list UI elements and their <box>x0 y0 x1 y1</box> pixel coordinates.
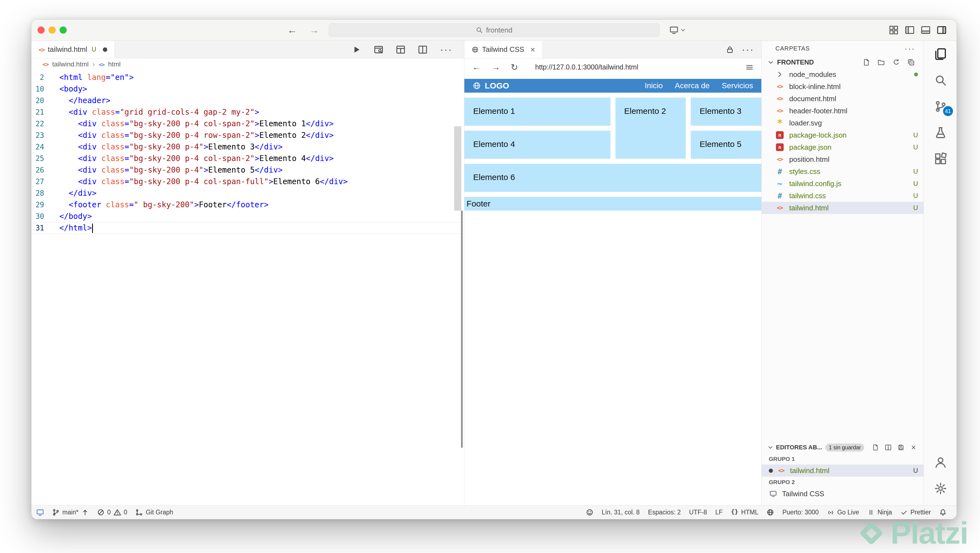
tree-item-styles-css[interactable]: #styles.cssU <box>762 165 923 178</box>
toggle-sidebar-right-icon[interactable] <box>937 25 947 35</box>
browser-back-icon[interactable]: ← <box>472 62 481 72</box>
preview-more-actions-icon[interactable]: ··· <box>742 44 754 55</box>
folder-root-row[interactable]: FRONTEND <box>762 56 923 68</box>
code-line-23[interactable]: 23<div class="bg-sky-200 p-4 row-span-2"… <box>32 130 464 141</box>
tree-item-package-json[interactable]: npackage.jsonU <box>762 141 923 153</box>
code-line-2[interactable]: 2<html lang="en"> <box>32 72 464 83</box>
save-all-icon[interactable] <box>897 444 904 451</box>
open-editor-name: Tailwind CSS <box>782 489 824 498</box>
activitybar-settings[interactable] <box>924 475 957 501</box>
refresh-explorer-icon[interactable] <box>892 59 900 66</box>
breadcrumb-file[interactable]: tailwind.html <box>52 60 89 68</box>
status-browser-sync[interactable] <box>767 509 774 516</box>
status-port[interactable]: Puerto: 3000 <box>782 509 819 516</box>
activitybar-source-control[interactable]: 41 <box>924 93 957 119</box>
editor-layout-button[interactable] <box>396 45 405 54</box>
activitybar-accounts[interactable] <box>924 449 957 475</box>
breadcrumb-node[interactable]: html <box>108 60 121 68</box>
status-problems[interactable]: 00 <box>97 509 127 516</box>
status-ninja[interactable]: Ninja <box>867 509 892 516</box>
code-line-26[interactable]: 26<div class="bg-sky-200 p-4">Elemento 5… <box>32 164 464 176</box>
status-indentation[interactable]: Espacios: 2 <box>648 509 681 516</box>
open-editor-item[interactable]: <>tailwind.htmlU <box>762 464 923 477</box>
code-line-10[interactable]: 10<body> <box>32 83 464 95</box>
status-eol[interactable]: LF <box>715 509 723 516</box>
tree-item-tailwind-html[interactable]: <>tailwind.htmlU <box>762 202 923 214</box>
run-button[interactable] <box>352 45 361 54</box>
code-line-20[interactable]: 20</header> <box>32 95 464 106</box>
nav-link-inicio[interactable]: Inicio <box>645 81 663 90</box>
tree-item-block-inline-html[interactable]: <>block-inline.html <box>762 81 923 93</box>
split-editor-button[interactable] <box>418 45 427 54</box>
more-actions-icon[interactable]: ··· <box>440 44 452 55</box>
browser-forward-icon[interactable]: → <box>492 62 500 72</box>
toggle-sidebar-left-icon[interactable] <box>905 25 915 35</box>
lock-icon[interactable] <box>726 46 734 54</box>
nav-link-servicios[interactable]: Servicios <box>722 81 753 90</box>
tree-item-document-html[interactable]: <>document.html <box>762 93 923 105</box>
tree-item-tailwind-config-js[interactable]: ~tailwind.config.jsU <box>762 178 923 190</box>
command-center-search[interactable]: frontend <box>329 24 660 37</box>
browser-reload-icon[interactable]: ↻ <box>511 62 518 73</box>
activitybar-testing[interactable] <box>924 119 957 146</box>
toggle-panel-icon[interactable] <box>921 25 931 35</box>
code-line-27[interactable]: 27<div class="bg-sky-200 p-4 col-span-fu… <box>32 176 464 188</box>
tree-item-header-footer-html[interactable]: <>header-footer.html <box>762 105 923 117</box>
customize-layout-icon[interactable] <box>889 25 899 35</box>
forward-icon[interactable]: → <box>309 24 319 36</box>
screencast-control[interactable] <box>670 25 686 35</box>
browser-menu-icon[interactable] <box>745 63 754 72</box>
close-window-button[interactable] <box>38 27 45 33</box>
code-line-28[interactable]: 28</div> <box>32 188 464 199</box>
close-all-editors-icon[interactable] <box>910 444 917 451</box>
url-field[interactable]: http://127.0.0.1:3000/tailwind.html <box>535 63 735 71</box>
activitybar-search[interactable] <box>924 67 957 93</box>
editor-scrollbar[interactable] <box>454 126 461 211</box>
zoom-window-button[interactable] <box>60 27 67 33</box>
close-icon[interactable]: × <box>530 45 535 54</box>
sidebar-more-actions-icon[interactable]: ··· <box>904 44 915 52</box>
code-line-31[interactable]: 31</html> <box>32 222 464 234</box>
code-line-24[interactable]: 24<div class="bg-sky-200 p-4">Elemento 3… <box>32 141 464 153</box>
status-remote-indicator[interactable] <box>37 509 44 516</box>
open-editor-item[interactable]: Tailwind CSS <box>762 488 923 500</box>
breadcrumb[interactable]: <> tailwind.html › <> html <box>32 59 464 70</box>
code-line-29[interactable]: 29<footer class=" bg-sky-200">Footer</fo… <box>32 199 464 211</box>
status-language-mode[interactable]: {}HTML <box>731 509 759 516</box>
editor-sash[interactable] <box>461 211 463 448</box>
status-go-live[interactable]: Go Live <box>827 509 859 516</box>
unsaved-dot-icon[interactable] <box>103 48 107 52</box>
code-editor[interactable]: 2<html lang="en">10<body>20</header>21<d… <box>32 70 464 505</box>
tree-item-tailwind-css[interactable]: #tailwind.cssU <box>762 190 923 202</box>
tree-item-node-modules[interactable]: node_modules <box>762 68 923 81</box>
code-line-22[interactable]: 22<div class="bg-sky-200 p-4 col-span-2"… <box>32 118 464 130</box>
status-feedback[interactable] <box>586 509 593 516</box>
tree-item-package-lock-json[interactable]: npackage-lock.jsonU <box>762 129 923 141</box>
status-notifications[interactable] <box>939 509 947 516</box>
git-branch-label: main* <box>62 509 79 516</box>
editor-layout-icon[interactable] <box>885 444 891 451</box>
code-line-21[interactable]: 21<div class="grid grid-cols-4 gap-2 my-… <box>32 106 464 118</box>
nav-link-acerca-de[interactable]: Acerca de <box>675 81 710 90</box>
status-prettier[interactable]: Prettier <box>900 509 931 516</box>
status-git-graph[interactable]: Git Graph <box>135 509 173 516</box>
new-folder-icon[interactable] <box>878 59 885 66</box>
activitybar-explorer[interactable] <box>924 41 957 67</box>
status-cursor-position[interactable]: Lín. 31, col. 8 <box>602 509 640 516</box>
open-editors-header[interactable]: EDITORES AB... 1 sin guardar <box>762 441 923 453</box>
new-file-icon[interactable] <box>863 59 870 66</box>
back-icon[interactable]: ← <box>287 24 297 36</box>
collapse-folders-icon[interactable] <box>907 59 915 66</box>
tab-tailwind-css-preview[interactable]: Tailwind CSS × <box>465 41 542 58</box>
code-line-25[interactable]: 25<div class="bg-sky-200 p-4 col-span-2"… <box>32 153 464 164</box>
status-git-branch[interactable]: main* <box>52 509 89 516</box>
tree-item-position-html[interactable]: <>position.html <box>762 153 923 165</box>
new-untitled-file-icon[interactable] <box>872 444 879 451</box>
minimize-window-button[interactable] <box>49 27 56 33</box>
open-preview-button[interactable] <box>374 45 383 54</box>
activitybar-extensions[interactable] <box>924 146 957 172</box>
tree-item-loader-svg[interactable]: *loader.svg <box>762 117 923 129</box>
code-line-30[interactable]: 30</body> <box>32 211 464 222</box>
status-encoding[interactable]: UTF-8 <box>689 509 707 516</box>
tab-tailwind-html[interactable]: <> tailwind.html U <box>32 41 115 58</box>
